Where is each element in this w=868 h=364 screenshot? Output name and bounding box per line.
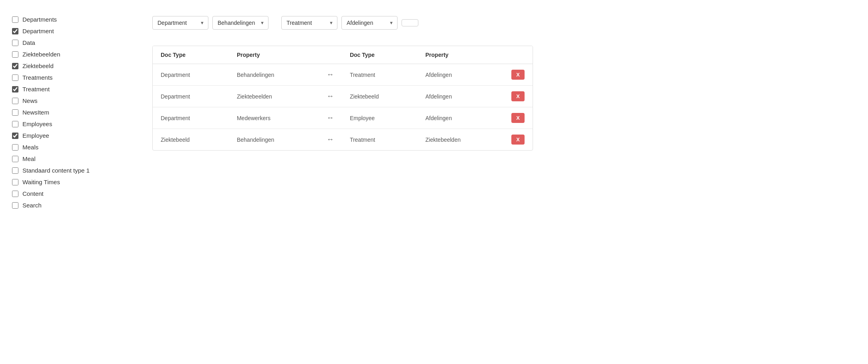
sidebar-label-content: Content <box>22 190 44 197</box>
cell-arrow: ↔ <box>319 86 342 107</box>
cell-left-property: Behandelingen <box>229 64 319 86</box>
page-layout: DepartmentsDepartmentDataZiektebeeldenZi… <box>0 0 868 364</box>
table-header-row: Doc Type Property Doc Type Property <box>153 46 533 64</box>
sidebar-item-employee[interactable]: Employee <box>12 132 124 139</box>
col-header-action <box>503 46 533 64</box>
delete-binding-button[interactable]: X <box>511 70 525 80</box>
left-property-select[interactable]: Behandelingen Ziektebeelden Medewerkers <box>212 16 268 30</box>
sidebar-item-newsitem[interactable]: NewsItem <box>12 109 124 116</box>
sidebar-item-news[interactable]: News <box>12 97 124 104</box>
cell-left-doctype: Department <box>153 107 229 129</box>
checkbox-employee[interactable] <box>12 133 18 139</box>
cell-right-property: Ziektebeelden <box>418 129 504 151</box>
sidebar-item-meals[interactable]: Meals <box>12 144 124 151</box>
checkbox-employees[interactable] <box>12 121 18 127</box>
checkbox-treatment[interactable] <box>12 86 18 93</box>
checkbox-ziektebeelden[interactable] <box>12 51 18 58</box>
right-property-select[interactable]: Afdelingen Ziektebeelden <box>341 16 398 30</box>
col-header-left-property: Property <box>229 46 319 64</box>
cell-action: X <box>503 64 533 86</box>
left-doctype-select[interactable]: Department Ziektebeeld Treatment <box>152 16 208 30</box>
checkbox-newsitem[interactable] <box>12 109 18 116</box>
sidebar-label-meals: Meals <box>22 144 38 151</box>
cell-right-doctype: Treatment <box>342 129 418 151</box>
sidebar-label-search: Search <box>22 202 42 209</box>
checkbox-meal[interactable] <box>12 156 18 162</box>
sidebar-item-employees[interactable]: Employees <box>12 121 124 127</box>
checkbox-data[interactable] <box>12 40 18 46</box>
cell-left-property: Medewerkers <box>229 107 319 129</box>
checkbox-meals[interactable] <box>12 144 18 151</box>
sidebar-item-department[interactable]: Department <box>12 28 124 34</box>
checkbox-search[interactable] <box>12 202 18 209</box>
cell-right-doctype: Employee <box>342 107 418 129</box>
sidebar-label-employees: Employees <box>22 121 52 127</box>
sidebar-label-newsitem: NewsItem <box>22 109 49 116</box>
sidebar-label-departments: Departments <box>22 16 57 23</box>
cell-action: X <box>503 86 533 107</box>
cell-right-property: Afdelingen <box>418 107 504 129</box>
checkbox-content[interactable] <box>12 191 18 197</box>
left-doctype-select-wrapper: Department Ziektebeeld Treatment ▼ <box>152 16 208 30</box>
col-header-right-doctype: Doc Type <box>342 46 418 64</box>
cell-left-doctype: Department <box>153 86 229 107</box>
sidebar-item-ziektebeelden[interactable]: Ziektebeelden <box>12 51 124 58</box>
cell-right-doctype: Ziektebeeld <box>342 86 418 107</box>
right-doctype-select[interactable]: Treatment Ziektebeeld Employee <box>281 16 337 30</box>
table-row: Department Ziektebeelden ↔ Ziektebeeld A… <box>153 86 533 107</box>
cell-action: X <box>503 129 533 151</box>
checkbox-department[interactable] <box>12 28 18 34</box>
sidebar-item-waiting-times[interactable]: Waiting Times <box>12 179 124 185</box>
delete-binding-button[interactable]: X <box>511 135 525 145</box>
table-row: Ziektebeeld Behandelingen ↔ Treatment Zi… <box>153 129 533 151</box>
right-property-select-wrapper: Afdelingen Ziektebeelden ▼ <box>341 16 398 30</box>
sidebar-label-department: Department <box>22 28 54 34</box>
sidebar-item-ziektebeeld[interactable]: Ziektebeeld <box>12 62 124 69</box>
col-header-left-doctype: Doc Type <box>153 46 229 64</box>
delete-binding-button[interactable]: X <box>511 113 525 123</box>
cell-arrow: ↔ <box>319 107 342 129</box>
binding-controls: Department Ziektebeeld Treatment ▼ Behan… <box>152 16 852 30</box>
sidebar-item-search[interactable]: Search <box>12 202 124 209</box>
cell-action: X <box>503 107 533 129</box>
checkbox-waiting-times[interactable] <box>12 179 18 185</box>
bindings-section: Doc Type Property Doc Type Property Depa… <box>152 46 852 151</box>
delete-binding-button[interactable]: X <box>511 91 525 101</box>
sidebar-item-standaard[interactable]: Standaard content type 1 <box>12 167 124 174</box>
sidebar-label-news: News <box>22 97 38 104</box>
table-row: Department Medewerkers ↔ Employee Afdeli… <box>153 107 533 129</box>
checkbox-ziektebeeld[interactable] <box>12 63 18 69</box>
left-property-select-wrapper: Behandelingen Ziektebeelden Medewerkers … <box>212 16 268 30</box>
cell-left-doctype: Department <box>153 64 229 86</box>
checkbox-treatments[interactable] <box>12 74 18 81</box>
cell-right-doctype: Treatment <box>342 64 418 86</box>
sidebar-item-departments[interactable]: Departments <box>12 16 124 23</box>
sidebar-item-data[interactable]: Data <box>12 39 124 46</box>
sidebar-label-ziektebeelden: Ziektebeelden <box>22 51 60 58</box>
sidebar-item-meal[interactable]: Meal <box>12 155 124 162</box>
sidebar-item-content[interactable]: Content <box>12 190 124 197</box>
sidebar-label-meal: Meal <box>22 155 36 162</box>
add-binding-button[interactable] <box>402 19 418 26</box>
sidebar-label-treatment: Treatment <box>22 86 50 93</box>
sidebar-item-treatment[interactable]: Treatment <box>12 86 124 93</box>
bindings-table: Doc Type Property Doc Type Property Depa… <box>153 46 533 150</box>
cell-left-property: Behandelingen <box>229 129 319 151</box>
sidebar-label-data: Data <box>22 39 35 46</box>
bindings-table-wrapper: Doc Type Property Doc Type Property Depa… <box>152 46 533 151</box>
checkbox-news[interactable] <box>12 98 18 104</box>
sidebar-label-standaard: Standaard content type 1 <box>22 167 90 174</box>
table-row: Department Behandelingen ↔ Treatment Afd… <box>153 64 533 86</box>
col-header-arrow <box>319 46 342 64</box>
checkbox-standaard[interactable] <box>12 167 18 174</box>
checkbox-departments[interactable] <box>12 16 18 23</box>
cell-right-property: Afdelingen <box>418 64 504 86</box>
sidebar-item-treatments[interactable]: Treatments <box>12 74 124 81</box>
cell-left-property: Ziektebeelden <box>229 86 319 107</box>
sidebar-label-waiting-times: Waiting Times <box>22 179 60 185</box>
right-doctype-select-wrapper: Treatment Ziektebeeld Employee ▼ <box>281 16 337 30</box>
cell-arrow: ↔ <box>319 129 342 151</box>
main-content: Department Ziektebeeld Treatment ▼ Behan… <box>136 8 868 356</box>
sidebar: DepartmentsDepartmentDataZiektebeeldenZi… <box>0 8 136 356</box>
cell-right-property: Afdelingen <box>418 86 504 107</box>
